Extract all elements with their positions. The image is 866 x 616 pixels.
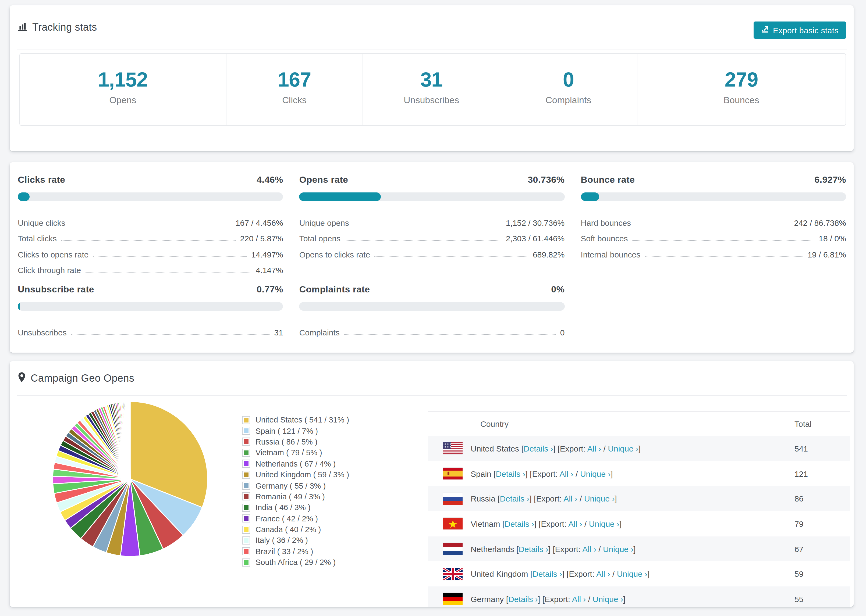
export-unique-link[interactable]: Unique › [617, 569, 647, 579]
detail-value: 19 / 6.81% [808, 250, 846, 259]
rate-title: Complaints rate [299, 284, 370, 295]
flag-icon-de [443, 593, 463, 605]
flag-icon-es [443, 468, 463, 479]
export-unique-link[interactable]: Unique › [608, 444, 638, 453]
pie-legend: United States ( 541 / 31% )Spain ( 121 /… [242, 415, 349, 568]
export-unique-link[interactable]: Unique › [584, 494, 614, 503]
legend-swatch [242, 504, 250, 512]
export-unique-link[interactable]: Unique › [580, 469, 611, 478]
detail-label: Opens to clicks rate [299, 250, 370, 259]
rate-value: 6.927% [814, 175, 846, 185]
legend-label: Italy ( 36 / 2% ) [255, 536, 308, 545]
country-links-text: United Kingdom [Details ›] [Export: All … [471, 569, 650, 579]
legend-item-germany: Germany ( 55 / 3% ) [242, 480, 349, 491]
legend-swatch [242, 493, 250, 501]
details-link[interactable]: Details › [508, 594, 538, 603]
rate-detail-rows: Complaints0 [299, 321, 565, 337]
dotted-leader [71, 334, 270, 335]
export-all-link[interactable]: All › [587, 444, 601, 453]
rates-grid: Clicks rate4.46%Unique clicks167 / 4.456… [18, 162, 846, 337]
slash-text: / [610, 569, 617, 579]
stat-label: Opens [20, 95, 226, 106]
country-links-text: Netherlands [Details ›] [Export: All › /… [471, 544, 636, 553]
rate-value: 30.736% [527, 175, 565, 185]
detail-value: 689.82% [533, 250, 565, 259]
detail-value: 242 / 86.738% [794, 218, 846, 227]
stat-value: 31 [363, 68, 499, 91]
legend-label: Canada ( 40 / 2% ) [255, 525, 321, 534]
progress-bar-track [18, 302, 283, 311]
progress-bar-fill [299, 192, 381, 201]
bracket-text: ] [Export: [553, 444, 587, 453]
rate-detail-row: Unsubscribes31 [18, 321, 283, 337]
rate-title: Opens rate [299, 175, 348, 185]
rate-section-opens-rate: Opens rate30.736%Unique opens1,152 / 30.… [299, 162, 565, 275]
legend-label: Brazil ( 33 / 2% ) [255, 547, 313, 556]
rates-card: Clicks rate4.46%Unique clicks167 / 4.456… [10, 162, 853, 353]
geo-table-body: United States [Details ›] [Export: All ›… [428, 436, 850, 607]
detail-value: 0 [560, 328, 565, 337]
legend-swatch [242, 547, 250, 556]
bracket-text: ] [Export: [562, 569, 596, 579]
export-unique-link[interactable]: Unique › [593, 594, 623, 603]
page-title: Tracking stats [32, 21, 97, 33]
column-header-country: Country [428, 419, 794, 428]
details-link[interactable]: Details › [500, 494, 529, 503]
bracket-close-text: ] [614, 494, 617, 503]
country-links-text: Spain [Details ›] [Export: All › / Uniqu… [471, 469, 613, 478]
legend-label: United States ( 541 / 31% ) [255, 415, 349, 424]
table-row-de: Germany [Details ›] [Export: All › / Uni… [428, 586, 850, 607]
stat-value: 1,152 [20, 68, 226, 91]
legend-item-india: India ( 46 / 3% ) [242, 502, 349, 513]
rate-detail-row: Complaints0 [299, 321, 565, 337]
export-all-link[interactable]: All › [572, 594, 586, 603]
table-row-gb: United Kingdom [Details ›] [Export: All … [428, 561, 850, 586]
export-basic-stats-button[interactable]: Export basic stats [754, 22, 846, 39]
details-link[interactable]: Details › [496, 469, 525, 478]
legend-label: South Africa ( 29 / 2% ) [255, 558, 335, 567]
country-links-text: United States [Details ›] [Export: All ›… [471, 444, 641, 453]
details-link[interactable]: Details › [524, 444, 553, 453]
total-cell: 86 [794, 494, 850, 503]
rate-header: Unsubscribe rate0.77% [18, 284, 283, 295]
pie-svg [52, 401, 209, 558]
country-name: Spain [ [471, 469, 496, 478]
country-cell: Netherlands [Details ›] [Export: All › /… [428, 543, 794, 555]
export-all-link[interactable]: All › [582, 544, 596, 553]
export-all-link[interactable]: All › [568, 519, 582, 528]
table-row-us: United States [Details ›] [Export: All ›… [428, 436, 850, 461]
details-link[interactable]: Details › [505, 519, 534, 528]
legend-swatch [242, 449, 250, 457]
rate-detail-rows: Hard bounces242 / 86.738%Soft bounces18 … [581, 211, 846, 259]
tracking-stats-card: Tracking stats Export basic stats 1,152O… [10, 5, 853, 151]
country-name: United States [ [471, 444, 524, 453]
rate-detail-row: Hard bounces242 / 86.738% [581, 211, 846, 227]
details-link[interactable]: Details › [532, 569, 562, 579]
dashboard-page: Tracking stats Export basic stats 1,152O… [0, 0, 866, 616]
export-all-link[interactable]: All › [596, 569, 610, 579]
rate-section-unsubscribe-rate: Unsubscribe rate0.77%Unsubscribes31 [18, 275, 283, 337]
country-cell: Vietnam [Details ›] [Export: All › / Uni… [428, 518, 794, 530]
export-unique-link[interactable]: Unique › [589, 519, 619, 528]
detail-value: 18 / 0% [819, 234, 846, 243]
bracket-close-text: ] [611, 469, 612, 478]
dotted-leader [344, 334, 556, 335]
legend-label: Netherlands ( 67 / 4% ) [255, 460, 335, 468]
dotted-leader [61, 240, 236, 241]
table-row-ru: Russia [Details ›] [Export: All › / Uniq… [428, 486, 850, 511]
bracket-close-text: ] [638, 444, 641, 453]
detail-label: Unique opens [299, 218, 349, 227]
export-all-link[interactable]: All › [564, 494, 578, 503]
rate-detail-rows: Unique clicks167 / 4.456%Total clicks220… [18, 211, 283, 275]
export-all-link[interactable]: All › [559, 469, 573, 478]
progress-bar-fill [18, 302, 20, 311]
legend-label: Vietnam ( 79 / 5% ) [255, 449, 322, 457]
country-name: United Kingdom [ [471, 569, 532, 579]
export-unique-link[interactable]: Unique › [603, 544, 633, 553]
rate-title: Clicks rate [18, 175, 65, 185]
stat-value: 0 [500, 68, 636, 91]
flag-icon-us [443, 443, 463, 454]
details-link[interactable]: Details › [518, 544, 548, 553]
flag-icon-gb [443, 568, 463, 580]
legend-item-spain: Spain ( 121 / 7% ) [242, 426, 349, 437]
